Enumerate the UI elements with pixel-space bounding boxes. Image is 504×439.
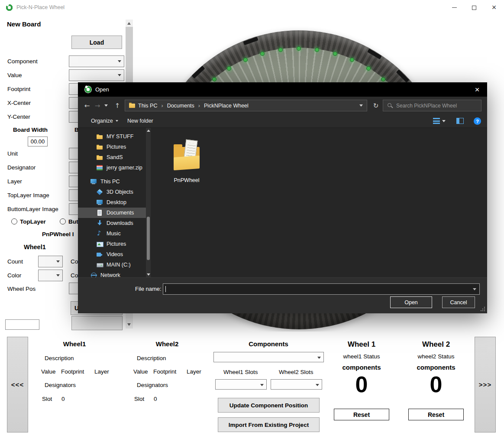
help-icon[interactable]: ?	[474, 117, 481, 125]
file-name-field[interactable]	[163, 283, 480, 295]
load-button[interactable]: Load	[71, 36, 122, 49]
back-icon[interactable]: ←	[81, 97, 93, 114]
color2-label-partial: Co	[71, 272, 78, 279]
wheel2-heading: Wheel2	[140, 340, 194, 348]
wheel2-slots-label: Wheel2 Slots	[279, 369, 313, 375]
organize-menu[interactable]: Organize	[91, 114, 118, 127]
toplayer-radio-label: TopLayer	[20, 218, 46, 225]
breadcrumb-separator: ›	[197, 103, 201, 109]
sidebar-item-main-c[interactable]: MAIN (C:)	[78, 260, 151, 270]
board-width-input[interactable]	[28, 137, 48, 146]
board-width-label: Board Width	[13, 127, 48, 133]
breadcrumb-documents[interactable]: Documents	[167, 103, 194, 109]
partial-button[interactable]	[71, 316, 123, 330]
sidebar-item-my-stuff[interactable]: MY STUFF	[78, 131, 151, 142]
wheel1-footprint-col: Footprint	[61, 368, 84, 375]
sidebar-item-zip[interactable]: jerry garner.zip	[78, 163, 151, 173]
sidebar-item-desktop[interactable]: Desktop	[78, 197, 151, 208]
recent-locations-chevron-icon[interactable]	[103, 97, 109, 114]
address-dropdown-icon[interactable]	[359, 104, 363, 107]
sidebar-item-pictures[interactable]: Pictures	[78, 142, 151, 152]
value-combobox[interactable]	[69, 69, 124, 81]
sidebar-item-3d-objects[interactable]: 3D Objects	[78, 187, 151, 197]
wheel1-heading: Wheel1	[48, 340, 101, 348]
toplayer-image-label: TopLayer Image	[7, 192, 49, 198]
up-icon[interactable]: ↑	[112, 97, 123, 114]
wheel1-slots-combobox[interactable]	[215, 379, 267, 390]
search-input[interactable]	[396, 103, 477, 109]
sidebar-item-label: MY STUFF	[107, 133, 133, 140]
search-box[interactable]	[383, 100, 481, 111]
forward-icon[interactable]: →	[93, 97, 102, 114]
change-view-icon[interactable]	[433, 118, 440, 124]
chevron-down-icon[interactable]	[473, 288, 476, 290]
breadcrumb-picknplace-wheel[interactable]: PickNPlace Wheel	[204, 103, 249, 109]
dialog-titlebar[interactable]: Open ×	[78, 82, 487, 97]
wheel2-value-col: Value	[133, 368, 148, 375]
folder-icon	[129, 103, 136, 108]
zip-archive-icon	[96, 164, 103, 171]
green-led-icon	[297, 46, 301, 51]
file-name-input[interactable]	[166, 286, 473, 292]
wheel1-value-col: Value	[41, 368, 56, 375]
organize-label: Organize	[91, 118, 113, 124]
sidebar-item-music[interactable]: Music	[78, 228, 151, 239]
app-logo-icon	[84, 86, 92, 93]
refresh-icon[interactable]: ↻	[371, 97, 381, 114]
open-button[interactable]: Open	[390, 296, 432, 308]
scrollbar-thumb[interactable]	[147, 217, 150, 260]
new-folder-button[interactable]: New folder	[127, 114, 153, 127]
wheel2-reset-button[interactable]: Reset	[408, 409, 464, 420]
y-center-label: Y-Center	[7, 114, 30, 120]
wheel1-reset-button[interactable]: Reset	[334, 409, 389, 420]
sidebar-item-documents[interactable]: Documents	[78, 208, 151, 218]
wheel2-slots-combobox[interactable]	[271, 379, 322, 390]
toplayer-radio[interactable]	[11, 218, 17, 224]
buttomlayer-radio[interactable]	[60, 218, 66, 224]
chevron-down-icon	[316, 384, 319, 386]
computer-icon	[90, 178, 97, 185]
wheel1-section-heading: Wheel1	[24, 244, 46, 250]
components-heading: Components	[232, 340, 305, 348]
preview-pane-icon[interactable]	[456, 118, 464, 124]
address-bar[interactable]: This PC › Documents › PickNPlace Wheel	[125, 100, 367, 111]
partial-input-box[interactable]	[5, 319, 39, 330]
scroll-up-icon[interactable]	[127, 22, 131, 25]
sidebar-item-this-pc[interactable]: This PC	[78, 176, 151, 187]
cancel-button[interactable]: Cancel	[442, 296, 475, 308]
component-label: Component	[7, 58, 38, 65]
update-component-position-button[interactable]: Update Component Position	[218, 398, 320, 413]
scroll-up-icon[interactable]	[147, 130, 150, 132]
color-combobox[interactable]	[38, 270, 63, 281]
dialog-close-button[interactable]: ×	[467, 82, 487, 97]
desktop-icon	[96, 199, 103, 206]
components-combobox[interactable]	[213, 352, 324, 362]
hard-drive-icon	[96, 261, 103, 268]
scroll-down-icon[interactable]	[127, 323, 131, 326]
previous-button[interactable]: <<<	[7, 337, 28, 432]
sidebar-item-videos[interactable]: Videos	[78, 249, 151, 260]
breadcrumb-this-pc[interactable]: This PC	[138, 103, 157, 109]
green-led-icon	[350, 58, 354, 62]
next-button[interactable]: >>>	[475, 337, 496, 432]
component-combobox[interactable]	[69, 55, 124, 67]
file-item-pnpwheel[interactable]: PnPWheel	[172, 137, 201, 183]
dialog-navigation-bar: ← → ↑ This PC › Documents › PickNPlace W…	[78, 97, 487, 114]
sidebar-item-downloads[interactable]: Downloads	[78, 218, 151, 228]
view-dropdown-icon[interactable]	[442, 120, 446, 122]
folder-icon	[96, 143, 103, 150]
maximize-button[interactable]	[464, 0, 484, 15]
close-button[interactable]: ×	[484, 0, 504, 15]
minimize-button[interactable]	[444, 0, 464, 15]
sidebar-item-pictures-pc[interactable]: Pictures	[78, 239, 151, 249]
sidebar-item-network[interactable]: Network	[78, 270, 151, 277]
resize-grip[interactable]	[484, 310, 485, 311]
count-combobox[interactable]	[38, 256, 63, 267]
wheel1-component-count: 0	[331, 372, 392, 397]
sidebar-item-sands[interactable]: SandS	[78, 152, 151, 163]
wheel-status-panel: <<< >>> Wheel1 Description Value Footpri…	[0, 332, 504, 439]
sidebar-item-label: MAIN (C:)	[107, 262, 131, 268]
scroll-down-icon[interactable]	[147, 273, 150, 276]
sidebar-scrollbar[interactable]	[146, 128, 151, 277]
import-from-existing-project-button[interactable]: Import From Existing Project	[218, 417, 320, 432]
